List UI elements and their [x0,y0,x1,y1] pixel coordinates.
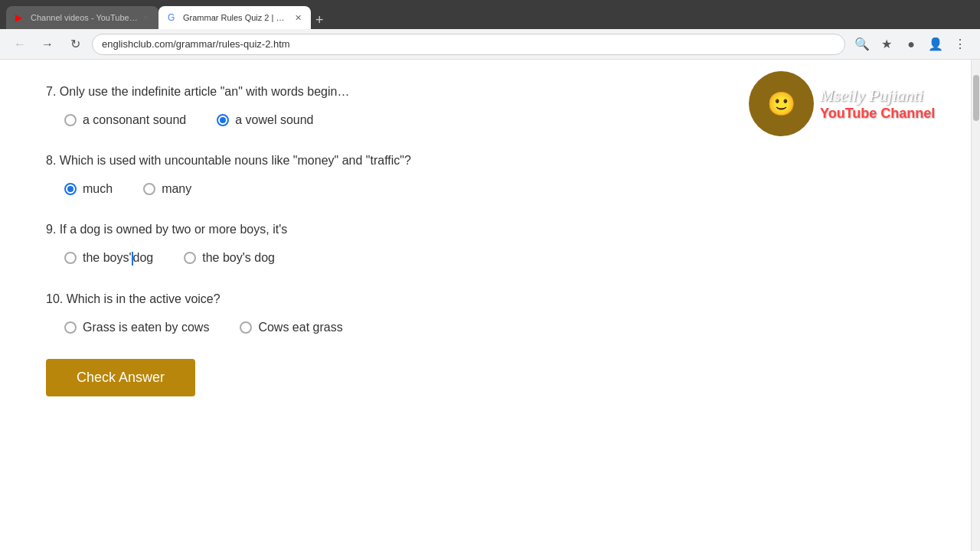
tab-grammar-close[interactable]: ✕ [295,13,302,23]
q8-radio-2[interactable] [143,183,155,195]
q9-radio-2[interactable] [184,252,196,264]
q10-radio-2[interactable] [240,321,252,334]
new-tab-button[interactable]: + [311,11,328,29]
menu-icon-btn[interactable]: ⋮ [949,34,971,55]
q8-label-2: many [162,182,191,196]
question-10-block: 10. Which is in the active voice? Grass … [46,290,925,334]
question-10-text: 10. Which is in the active voice? [46,290,925,308]
q9-label-2: the boy's dog [202,251,275,265]
grammar-favicon: G [168,12,178,23]
youtube-overlay: 🙂 Mseily Pujianti YouTube Channel [749,67,948,140]
q10-label-1: Grass is eaten by cows [83,321,209,334]
q7-radio-1[interactable] [64,114,77,126]
q8-option-1[interactable]: much [64,182,113,196]
url-text: englishclub.com/grammar/rules-quiz-2.htm [102,38,290,50]
back-button[interactable]: ← [9,34,31,55]
q8-radio-1[interactable] [64,183,77,195]
q9-option-1[interactable]: the boys'dog [64,251,153,266]
q10-option-1[interactable]: Grass is eaten by cows [64,321,209,334]
check-answer-button[interactable]: Check Answer [46,359,195,396]
tab-grammar-title: Grammar Rules Quiz 2 | Gramm… [183,13,290,22]
q9-radio-1[interactable] [64,252,77,264]
navigation-bar: ← → ↻ englishclub.com/grammar/rules-quiz… [0,29,980,60]
tab-youtube-title: Channel videos - YouTube Studi… [31,13,138,22]
question-9-options: the boys'dog the boy's dog [46,251,925,266]
tab-youtube-close[interactable]: ✕ [142,13,149,23]
q7-radio-2[interactable] [217,114,229,126]
q8-option-2[interactable]: many [143,182,191,196]
overlay-channel: YouTube Channel [820,106,935,122]
question-9-block: 9. If a dog is owned by two or more boys… [46,220,925,266]
text-cursor [132,252,133,266]
q7-option-2[interactable]: a vowel sound [217,113,313,127]
extensions-icon-btn[interactable]: ● [900,34,922,55]
scrollbar-thumb[interactable] [973,75,979,121]
q9-option-2[interactable]: the boy's dog [184,251,275,266]
tab-grammar[interactable]: G Grammar Rules Quiz 2 | Gramm… ✕ [158,6,311,29]
question-8-block: 8. Which is used with uncountable nouns … [46,152,925,196]
page-content: 🙂 Mseily Pujianti YouTube Channel 7. Onl… [0,60,971,551]
question-8-text: 8. Which is used with uncountable nouns … [46,152,925,170]
bookmark-icon-btn[interactable]: ★ [876,34,897,55]
q7-option-1[interactable]: a consonant sound [64,113,186,127]
q7-label-1: a consonant sound [83,113,186,127]
q10-option-2[interactable]: Cows eat grass [240,321,342,334]
q9-label-1: the boys'dog [83,251,153,266]
avatar: 🙂 [749,71,814,136]
reload-button[interactable]: ↻ [64,34,86,55]
q7-label-2: a vowel sound [235,113,313,127]
question-9-text: 9. If a dog is owned by two or more boys… [46,220,925,239]
address-bar[interactable]: englishclub.com/grammar/rules-quiz-2.htm [92,34,845,55]
q10-radio-1[interactable] [64,321,77,334]
forward-button[interactable]: → [37,34,58,55]
youtube-favicon: ▶ [15,12,26,23]
overlay-name: Mseily Pujianti [820,86,935,106]
profile-icon-btn[interactable]: 👤 [925,34,946,55]
overlay-text: Mseily Pujianti YouTube Channel [820,86,935,122]
tab-youtube[interactable]: ▶ Channel videos - YouTube Studi… ✕ [6,6,158,29]
scrollbar[interactable] [971,60,980,551]
search-icon-btn[interactable]: 🔍 [851,34,873,55]
question-8-options: much many [46,182,925,196]
page-container: 🙂 Mseily Pujianti YouTube Channel 7. Onl… [0,60,980,551]
question-10-options: Grass is eaten by cows Cows eat grass [46,321,925,334]
q10-label-2: Cows eat grass [258,321,342,334]
q8-label-1: much [83,182,113,196]
